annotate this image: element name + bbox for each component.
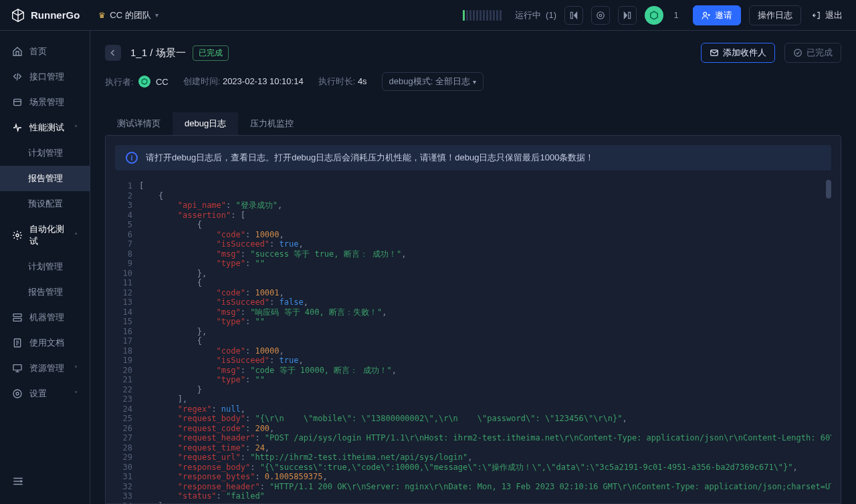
code-content: [ { "api_name": "登录成功", "assertion": [ {… bbox=[139, 180, 831, 503]
next-icon bbox=[623, 11, 632, 20]
tab-debug[interactable]: debug日志 bbox=[173, 112, 238, 135]
chevron-up-icon: ˄ bbox=[74, 124, 78, 132]
link-icon bbox=[12, 72, 23, 82]
back-button[interactable] bbox=[105, 45, 121, 61]
svg-point-4 bbox=[704, 12, 707, 15]
gear-icon bbox=[12, 230, 23, 241]
sidebar-item-perf[interactable]: 性能测试˄ bbox=[0, 115, 90, 140]
sidebar: 首页接口管理场景管理性能测试˄计划管理报告管理预设配置自动化测试˄计划管理报告管… bbox=[0, 31, 90, 504]
sidebar-item-label: 场景管理 bbox=[29, 96, 64, 108]
sidebar-item-machine[interactable]: 机器管理 bbox=[0, 305, 90, 330]
sidebar-item-perf-report[interactable]: 报告管理 bbox=[0, 166, 90, 191]
sidebar-item-label: 资源管理 bbox=[29, 362, 64, 374]
check-circle-icon bbox=[793, 48, 802, 57]
logo-text: RunnerGo bbox=[31, 9, 80, 21]
page-header: 1_1 / 场景一 已完成 添加收件人 已完成 执行者: bbox=[90, 31, 856, 135]
logout-icon bbox=[812, 11, 821, 20]
avatar-count: 1 bbox=[671, 10, 681, 20]
tabs: 测试详情页debug日志压力机监控 bbox=[105, 112, 841, 135]
sidebar-item-auto-plan[interactable]: 计划管理 bbox=[0, 254, 90, 279]
svg-rect-8 bbox=[13, 318, 21, 321]
info-icon bbox=[126, 152, 138, 164]
team-name: CC 的团队 bbox=[110, 9, 150, 21]
sidebar-item-perf-plan[interactable]: 计划管理 bbox=[0, 140, 90, 166]
logo-icon bbox=[11, 8, 25, 23]
svg-point-12 bbox=[13, 390, 21, 398]
svg-point-1 bbox=[599, 14, 602, 17]
warning-text: 请打开debug日志后，查看日志。打开debug日志后会消耗压力机性能，请谨慎！… bbox=[146, 152, 594, 164]
sidebar-item-label: 计划管理 bbox=[28, 147, 63, 159]
chevron-down-icon: ˅ bbox=[74, 365, 78, 372]
created-time: 创建时间: 2023-02-13 10:10:14 bbox=[183, 76, 304, 88]
chevron-left-icon bbox=[109, 49, 117, 57]
chevron-down-icon: ▾ bbox=[473, 78, 476, 86]
crown-icon: ♛ bbox=[98, 11, 106, 20]
svg-rect-0 bbox=[570, 12, 572, 18]
debug-panel: 请打开debug日志后，查看日志。打开debug日志后会消耗压力机性能，请谨慎！… bbox=[105, 135, 841, 504]
collapse-icon bbox=[12, 477, 24, 486]
svg-rect-3 bbox=[629, 12, 631, 18]
warning-banner: 请打开debug日志后，查看日志。打开debug日志后会消耗压力机性能，请谨慎！… bbox=[115, 145, 831, 170]
mail-icon bbox=[710, 48, 719, 57]
sidebar-item-resource[interactable]: 资源管理˅ bbox=[0, 356, 90, 381]
executor-avatar bbox=[138, 76, 150, 88]
sidebar-item-label: 预设配置 bbox=[28, 198, 63, 210]
server-icon bbox=[12, 312, 23, 323]
meta-row: 执行者: CC 创建时间: 2023-02-13 10:10:14 执行时长: … bbox=[105, 72, 841, 91]
prev-icon bbox=[569, 11, 578, 20]
content: 1_1 / 场景一 已完成 添加收件人 已完成 执行者: bbox=[90, 31, 856, 504]
team-selector[interactable]: ♛ CC 的团队 ▾ bbox=[98, 9, 158, 21]
sidebar-item-auto-report[interactable]: 报告管理 bbox=[0, 279, 90, 305]
svg-point-2 bbox=[597, 11, 605, 19]
home-icon bbox=[12, 46, 23, 57]
invite-button[interactable]: 邀请 bbox=[693, 5, 741, 25]
svg-point-11 bbox=[16, 392, 19, 395]
sidebar-item-settings[interactable]: 设置˅ bbox=[0, 381, 90, 406]
svg-rect-5 bbox=[14, 99, 21, 105]
add-recipient-button[interactable]: 添加收件人 bbox=[701, 43, 775, 63]
tab-monitor[interactable]: 压力机监控 bbox=[238, 112, 306, 135]
code-viewer: 1234567891011121314151617181920212223242… bbox=[115, 180, 831, 503]
pulse-icon bbox=[12, 122, 23, 133]
layers-icon bbox=[12, 97, 23, 108]
chevron-up-icon: ˄ bbox=[74, 232, 78, 239]
doc-icon bbox=[12, 338, 23, 348]
logout-button[interactable]: 退出 bbox=[809, 5, 845, 25]
sidebar-item-label: 报告管理 bbox=[28, 172, 63, 184]
sidebar-item-label: 计划管理 bbox=[28, 261, 63, 273]
scrollbar[interactable] bbox=[826, 180, 831, 503]
exec-duration: 执行时长: 4s bbox=[318, 76, 367, 88]
sidebar-item-doc[interactable]: 使用文档 bbox=[0, 330, 90, 356]
chevron-down-icon: ▾ bbox=[155, 11, 158, 19]
sidebar-item-api[interactable]: 接口管理 bbox=[0, 64, 90, 90]
sidebar-item-label: 使用文档 bbox=[29, 337, 64, 349]
sidebar-item-auto[interactable]: 自动化测试˄ bbox=[0, 217, 90, 254]
avatar[interactable] bbox=[645, 6, 663, 25]
svg-rect-10 bbox=[13, 365, 21, 370]
nav-prev-button[interactable] bbox=[564, 6, 583, 25]
sidebar-item-home[interactable]: 首页 bbox=[0, 39, 90, 64]
svg-rect-7 bbox=[13, 314, 21, 317]
oplog-button[interactable]: 操作日志 bbox=[749, 5, 801, 25]
svg-point-6 bbox=[16, 234, 19, 237]
nav-next-button[interactable] bbox=[618, 6, 637, 25]
sidebar-item-label: 机器管理 bbox=[29, 311, 64, 324]
nav-settings-button[interactable] bbox=[591, 6, 610, 25]
sidebar-item-scene[interactable]: 场景管理 bbox=[0, 90, 90, 115]
user-plus-icon bbox=[702, 11, 711, 20]
tab-detail[interactable]: 测试详情页 bbox=[105, 112, 173, 135]
sidebar-item-label: 报告管理 bbox=[28, 286, 63, 298]
sidebar-item-label: 自动化测试 bbox=[29, 223, 68, 247]
done-button[interactable]: 已完成 bbox=[784, 43, 841, 63]
scrollbar-thumb[interactable] bbox=[826, 180, 831, 199]
running-meter bbox=[463, 10, 502, 21]
monitor-icon bbox=[12, 363, 23, 374]
debug-mode-select[interactable]: debug模式: 全部日志 ▾ bbox=[382, 72, 484, 91]
gutter: 1234567891011121314151617181920212223242… bbox=[115, 180, 139, 503]
title-row: 1_1 / 场景一 已完成 添加收件人 已完成 bbox=[105, 43, 841, 63]
breadcrumb: 1_1 / 场景一 已完成 bbox=[130, 45, 229, 61]
sidebar-collapse[interactable] bbox=[0, 469, 90, 496]
sidebar-item-label: 接口管理 bbox=[29, 71, 64, 83]
sidebar-item-perf-preset[interactable]: 预设配置 bbox=[0, 191, 90, 217]
sidebar-item-label: 设置 bbox=[29, 388, 47, 400]
